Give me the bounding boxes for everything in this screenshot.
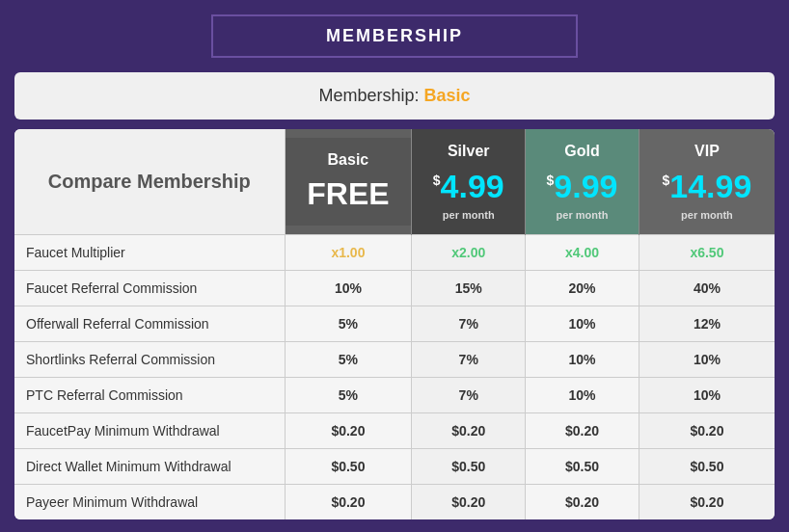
- gold-plan-name: Gold: [535, 143, 629, 160]
- basic-plan-name: Basic: [295, 151, 402, 169]
- row-value: $0.50: [639, 449, 775, 485]
- row-value: $0.50: [412, 449, 526, 485]
- table-row: Shortlinks Referral Commission5%7%10%10%: [14, 342, 775, 378]
- title-bar: MEMBERSHIP: [211, 14, 578, 58]
- row-value: 10%: [526, 306, 639, 342]
- row-label: FaucetPay Minimum Withdrawal: [14, 413, 285, 449]
- plan-header-row: Compare Membership Basic FREE Silver $ 4…: [14, 129, 775, 235]
- row-value: x6.50: [639, 235, 775, 271]
- row-value: x4.00: [526, 235, 639, 271]
- row-value: 5%: [285, 378, 412, 413]
- table-body: Faucet Multiplierx1.00x2.00x4.00x6.50Fau…: [14, 235, 775, 520]
- page-title: MEMBERSHIP: [326, 26, 463, 45]
- silver-price-num: 4.99: [441, 168, 504, 205]
- table-row: FaucetPay Minimum Withdrawal$0.20$0.20$0…: [14, 413, 775, 449]
- row-value: 10%: [526, 378, 639, 413]
- row-value: $0.20: [412, 485, 526, 520]
- row-value: 5%: [285, 306, 412, 342]
- row-label: Offerwall Referral Commission: [14, 306, 285, 342]
- membership-label-box: Membership: Basic: [14, 72, 775, 120]
- table-row: Payeer Minimum Withdrawal$0.20$0.20$0.20…: [14, 485, 775, 520]
- row-value: 20%: [526, 271, 639, 306]
- gold-permonth: per month: [535, 209, 629, 221]
- membership-table: Compare Membership Basic FREE Silver $ 4…: [14, 129, 775, 519]
- basic-plan-header: Basic FREE: [285, 129, 412, 235]
- table-row: Faucet Referral Commission10%15%20%40%: [14, 271, 775, 306]
- row-value: $0.50: [526, 449, 639, 485]
- row-value: 7%: [412, 342, 526, 378]
- row-value: x2.00: [412, 235, 526, 271]
- row-value: $0.20: [639, 413, 775, 449]
- membership-current-value: Basic: [424, 86, 471, 105]
- row-label: PTC Referral Commission: [14, 378, 285, 413]
- row-label: Direct Wallet Minimum Withdrawal: [14, 449, 285, 485]
- row-label: Shortlinks Referral Commission: [14, 342, 285, 378]
- gold-plan-header: Gold $ 9.99 per month: [526, 129, 639, 235]
- row-label: Payeer Minimum Withdrawal: [14, 485, 285, 520]
- silver-plan-name: Silver: [422, 143, 515, 160]
- silver-permonth: per month: [422, 209, 515, 221]
- gold-price-num: 9.99: [554, 168, 617, 205]
- row-value: $0.20: [526, 485, 639, 520]
- row-value: 15%: [412, 271, 526, 306]
- table-row: Faucet Multiplierx1.00x2.00x4.00x6.50: [14, 235, 775, 271]
- basic-plan-price: FREE: [295, 176, 402, 212]
- row-value: 7%: [412, 306, 526, 342]
- table-row: PTC Referral Commission5%7%10%10%: [14, 378, 775, 413]
- vip-dollar: $: [662, 173, 669, 188]
- row-value: 12%: [639, 306, 775, 342]
- vip-plan-header: VIP $ 14.99 per month: [639, 129, 775, 235]
- row-value: 10%: [639, 342, 775, 378]
- vip-permonth: per month: [649, 209, 765, 221]
- membership-table-wrapper: Compare Membership Basic FREE Silver $ 4…: [14, 129, 775, 519]
- row-value: $0.20: [639, 485, 775, 520]
- compare-label-cell: Compare Membership: [14, 129, 285, 235]
- table-row: Offerwall Referral Commission5%7%10%12%: [14, 306, 775, 342]
- row-value: $0.20: [412, 413, 526, 449]
- row-value: $0.20: [285, 413, 412, 449]
- row-value: 5%: [285, 342, 412, 378]
- silver-dollar: $: [433, 173, 441, 188]
- row-value: $0.50: [285, 449, 412, 485]
- row-value: x1.00: [285, 235, 412, 271]
- vip-plan-name: VIP: [649, 143, 765, 160]
- row-value: 40%: [639, 271, 775, 306]
- row-value: 10%: [639, 378, 775, 413]
- row-value: 10%: [526, 342, 639, 378]
- silver-plan-header: Silver $ 4.99 per month: [412, 129, 526, 235]
- row-label: Faucet Referral Commission: [14, 271, 285, 306]
- row-value: 7%: [412, 378, 526, 413]
- row-value: $0.20: [285, 485, 412, 520]
- compare-label: Compare Membership: [48, 171, 251, 192]
- row-value: 10%: [285, 271, 412, 306]
- vip-price-num: 14.99: [669, 168, 751, 205]
- membership-label-text: Membership:: [318, 86, 419, 105]
- gold-dollar: $: [547, 173, 555, 188]
- row-value: $0.20: [526, 413, 639, 449]
- table-row: Direct Wallet Minimum Withdrawal$0.50$0.…: [14, 449, 775, 485]
- row-label: Faucet Multiplier: [14, 235, 285, 271]
